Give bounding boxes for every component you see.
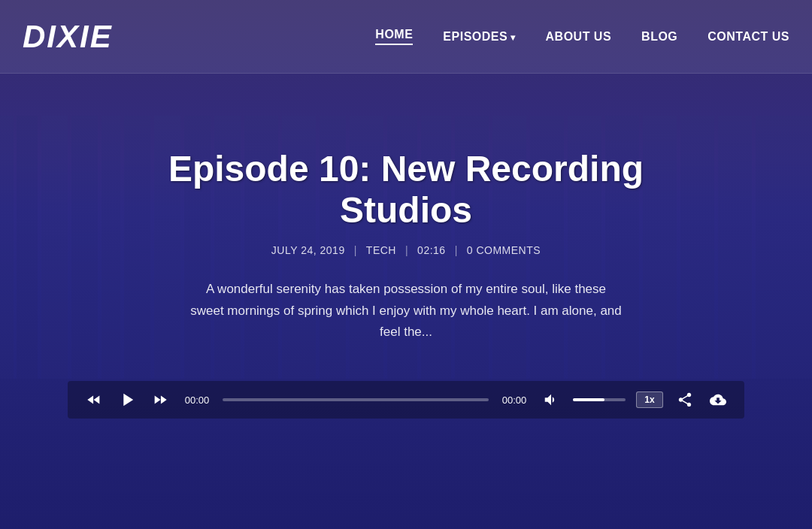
download-button[interactable] [707, 388, 729, 411]
play-icon [117, 389, 138, 410]
episode-description: A wonderful serenity has taken possessio… [188, 279, 624, 344]
episode-date: JULY 24, 2019 [271, 244, 345, 256]
forward-button[interactable] [149, 388, 171, 411]
nav-contact[interactable]: CONTACT US [707, 30, 789, 44]
meta-sep-3: | [455, 244, 458, 256]
total-time: 00:00 [499, 394, 529, 406]
episode-duration: 02:16 [417, 244, 446, 256]
nav-home[interactable]: HOME [375, 28, 413, 45]
speed-button[interactable]: 1x [636, 391, 663, 408]
meta-sep-1: | [354, 244, 357, 256]
nav-blog[interactable]: BLOG [641, 30, 677, 44]
share-button[interactable] [674, 388, 696, 411]
rewind-button[interactable] [83, 388, 105, 411]
audio-player: 00:00 00:00 1x [68, 381, 744, 419]
volume-bar[interactable] [573, 398, 626, 401]
volume-button[interactable] [540, 388, 562, 411]
meta-sep-2: | [405, 244, 408, 256]
episode-meta: JULY 24, 2019 | TECH | 02:16 | 0 COMMENT… [271, 244, 541, 256]
current-time: 00:00 [182, 394, 212, 406]
hero-content: Episode 10: New Recording Studios JULY 2… [0, 0, 812, 529]
episode-comments: 0 COMMENTS [467, 244, 541, 256]
main-nav: HOME EPISODES ABOUT US BLOG CONTACT US [375, 28, 789, 45]
nav-about[interactable]: ABOUT US [546, 30, 612, 44]
nav-episodes[interactable]: EPISODES [443, 30, 515, 44]
site-logo[interactable]: Dixie [23, 19, 113, 55]
rewind-icon [86, 391, 102, 408]
forward-icon [152, 391, 168, 408]
share-icon [677, 391, 693, 408]
progress-bar[interactable] [223, 398, 489, 401]
volume-icon [543, 391, 559, 408]
volume-fill [573, 398, 604, 401]
episode-category: TECH [366, 244, 396, 256]
download-icon [710, 391, 726, 408]
episode-title: Episode 10: New Recording Studios [105, 148, 707, 231]
play-button[interactable] [116, 388, 138, 411]
site-header: Dixie HOME EPISODES ABOUT US BLOG CONTAC… [0, 0, 812, 74]
